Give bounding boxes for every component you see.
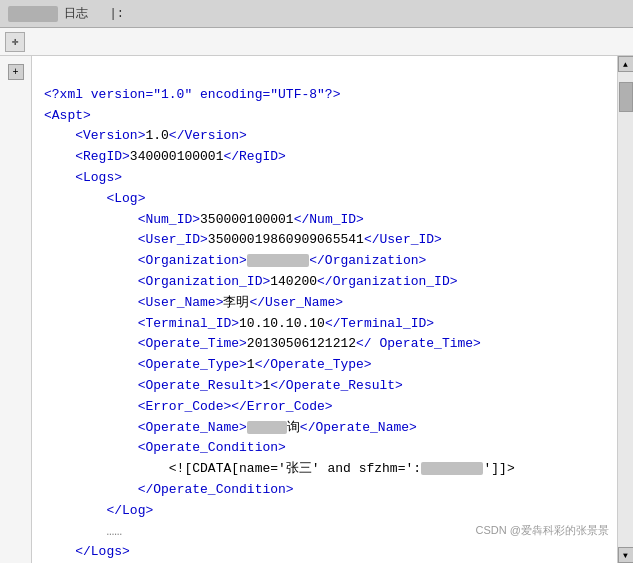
scroll-track[interactable] (618, 72, 633, 547)
title-btn-left[interactable] (8, 6, 58, 22)
watermark: CSDN @爱犇科彩的张景景 (476, 523, 609, 538)
toolbar-cross-btn[interactable]: ✛ (5, 32, 25, 52)
title-bar: 日志 |: (0, 0, 633, 28)
gutter-expand-icon[interactable]: + (8, 64, 24, 80)
xml-content: <?xml version="1.0" encoding="UTF-8"?> <… (44, 64, 605, 563)
scroll-thumb[interactable] (619, 82, 633, 112)
scroll-down-btn[interactable]: ▼ (618, 547, 634, 563)
left-gutter: + (0, 56, 32, 563)
toolbar: ✛ (0, 28, 633, 56)
scroll-up-btn[interactable]: ▲ (618, 56, 634, 72)
title-text: 日志 |: (64, 5, 124, 22)
content-area[interactable]: <?xml version="1.0" encoding="UTF-8"?> <… (32, 56, 617, 563)
right-scrollbar[interactable]: ▲ ▼ (617, 56, 633, 563)
main-area: + <?xml version="1.0" encoding="UTF-8"?>… (0, 56, 633, 563)
